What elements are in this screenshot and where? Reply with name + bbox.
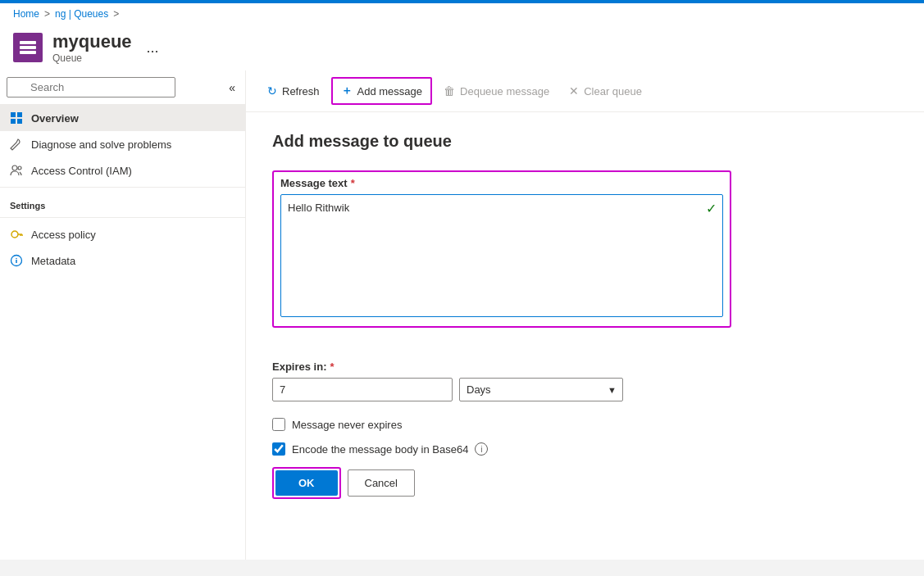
refresh-label: Refresh xyxy=(282,85,320,98)
settings-divider2 xyxy=(0,217,245,218)
clear-icon: ✕ xyxy=(569,84,579,98)
breadcrumb-sep2: > xyxy=(113,8,119,20)
svg-rect-6 xyxy=(17,119,22,124)
svg-rect-0 xyxy=(20,41,36,44)
people-icon xyxy=(10,164,23,177)
collapse-button[interactable]: « xyxy=(225,79,239,96)
sidebar-item-metadata[interactable]: Metadata xyxy=(0,247,245,274)
expires-group: Expires in: * Days Hours Minutes Seconds… xyxy=(272,361,898,401)
add-message-button[interactable]: ＋ Add message xyxy=(331,77,433,105)
breadcrumb-home[interactable]: Home xyxy=(13,8,39,20)
cancel-button[interactable]: Cancel xyxy=(348,469,415,497)
message-text-highlighted-section: Message text * Hello Rithwik ✓ xyxy=(272,170,731,328)
sidebar-search-bar: 🔍 « xyxy=(0,70,245,105)
svg-rect-1 xyxy=(20,46,36,49)
breadcrumb-sep1: > xyxy=(44,8,50,20)
svg-rect-4 xyxy=(17,112,22,117)
dialog-panel: Add message to queue Message text * Hell… xyxy=(246,112,924,560)
content-area: ↻ Refresh ＋ Add message 🗑 Dequeue messag… xyxy=(246,70,924,560)
buttons-row: OK Cancel xyxy=(272,467,898,499)
sidebar-item-diagnose[interactable]: Diagnose and solve problems xyxy=(0,131,245,157)
toolbar: ↻ Refresh ＋ Add message 🗑 Dequeue messag… xyxy=(246,70,924,112)
required-marker: * xyxy=(351,177,355,189)
resource-title-block: myqueue Queue xyxy=(52,31,132,64)
main-layout: 🔍 « Overview xyxy=(0,70,924,560)
add-icon: ＋ xyxy=(341,84,353,98)
message-text-label: Message text * xyxy=(280,177,723,189)
search-input[interactable] xyxy=(7,77,175,98)
dialog-title: Add message to queue xyxy=(272,132,898,151)
resource-name: myqueue xyxy=(52,31,132,52)
refresh-icon: ↻ xyxy=(267,84,277,98)
sidebar-item-access-policy[interactable]: Access policy xyxy=(0,221,245,247)
check-icon: ✓ xyxy=(706,201,717,216)
sidebar-item-metadata-label: Metadata xyxy=(31,255,75,267)
dequeue-icon: 🗑 xyxy=(444,84,455,98)
breadcrumb: Home > ng | Queues > xyxy=(0,3,924,25)
encode-info-icon[interactable]: i xyxy=(475,442,488,456)
resource-icon xyxy=(13,33,43,62)
expires-required: * xyxy=(330,361,334,373)
encode-label: Encode the message body in Base64 xyxy=(292,443,468,456)
ok-button[interactable]: OK xyxy=(275,470,338,496)
settings-section-label: Settings xyxy=(0,191,245,214)
add-message-label: Add message xyxy=(357,85,423,98)
svg-rect-2 xyxy=(20,51,36,54)
expires-select[interactable]: Days Hours Minutes Seconds Never xyxy=(459,378,623,401)
expires-input[interactable] xyxy=(272,378,453,401)
key-icon xyxy=(10,228,23,241)
encode-row: Encode the message body in Base64 i xyxy=(272,442,898,456)
search-wrapper: 🔍 xyxy=(7,77,222,98)
sidebar-nav: Overview Diagnose and solve problems xyxy=(0,105,245,560)
info-circle-icon xyxy=(10,254,23,267)
resource-type: Queue xyxy=(52,52,132,64)
encode-checkbox[interactable] xyxy=(272,442,285,456)
breadcrumb-resource[interactable]: ng | Queues xyxy=(55,8,108,20)
svg-rect-5 xyxy=(11,119,16,124)
clear-queue-label: Clear queue xyxy=(584,85,642,98)
sidebar: 🔍 « Overview xyxy=(0,70,246,560)
svg-point-8 xyxy=(18,166,21,170)
expires-label: Expires in: * xyxy=(272,361,898,373)
svg-point-7 xyxy=(12,166,17,170)
ok-button-wrapper: OK xyxy=(272,467,341,499)
expires-row: Days Hours Minutes Seconds Never ▼ xyxy=(272,378,898,401)
sidebar-item-diagnose-label: Diagnose and solve problems xyxy=(31,138,171,151)
svg-point-15 xyxy=(16,258,17,260)
never-expires-label: Message never expires xyxy=(292,419,402,431)
svg-point-9 xyxy=(11,231,18,238)
sidebar-item-overview-label: Overview xyxy=(31,112,79,125)
more-options-button[interactable]: ... xyxy=(142,38,164,58)
grid-icon xyxy=(10,111,23,125)
never-expires-checkbox[interactable] xyxy=(272,418,285,431)
refresh-button[interactable]: ↻ Refresh xyxy=(259,79,328,102)
sidebar-item-access-policy-label: Access policy xyxy=(31,229,96,241)
expires-select-wrapper: Days Hours Minutes Seconds Never ▼ xyxy=(459,378,623,401)
clear-queue-button[interactable]: ✕ Clear queue xyxy=(561,79,650,102)
message-textarea[interactable]: Hello Rithwik xyxy=(280,194,723,317)
dequeue-label: Dequeue message xyxy=(460,85,549,98)
svg-rect-3 xyxy=(11,112,16,117)
resource-header: myqueue Queue ... xyxy=(0,25,924,70)
message-textarea-wrapper: Hello Rithwik ✓ xyxy=(280,194,723,320)
settings-divider xyxy=(0,187,245,188)
sidebar-item-iam[interactable]: Access Control (IAM) xyxy=(0,157,245,184)
sidebar-item-iam-label: Access Control (IAM) xyxy=(31,165,132,177)
dequeue-button[interactable]: 🗑 Dequeue message xyxy=(435,79,558,102)
sidebar-item-overview[interactable]: Overview xyxy=(0,105,245,131)
wrench-icon xyxy=(10,138,23,151)
never-expires-row: Message never expires xyxy=(272,418,898,431)
